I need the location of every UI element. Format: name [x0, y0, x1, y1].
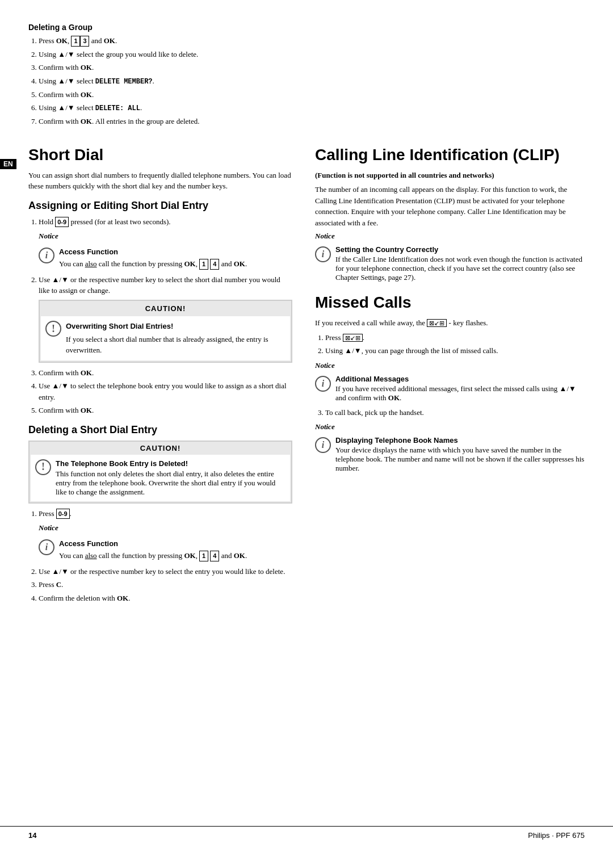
page-number: 14 — [28, 831, 36, 840]
deleting-group-title: Deleting a Group — [28, 23, 585, 32]
info-icon-2: i — [39, 539, 54, 555]
key-1: 1 — [71, 36, 80, 47]
missed-calls-intro: If you received a call while away, the ⊠… — [315, 317, 585, 329]
displaying-names-text: Your device displays the name with which… — [335, 446, 584, 472]
list-item: Using ▲/▼, you can page through the list… — [325, 345, 585, 357]
deleting-group-section: Deleting a Group Press OK, 13 and OK. Us… — [28, 23, 585, 132]
info-icon-5: i — [315, 437, 331, 453]
missed-calls-steps-cont: To call back, pick up the handset. — [325, 407, 585, 418]
short-dial-title: Short Dial — [28, 146, 292, 164]
assigning-title: Assigning or Editing Short Dial Entry — [28, 200, 292, 212]
note-label-2: Notice — [39, 522, 292, 534]
right-column: Calling Line Identification (CLIP) (Func… — [306, 135, 585, 827]
clip-note: i Setting the Country Correctly If the C… — [315, 245, 585, 282]
key-4a: 4 — [210, 259, 219, 270]
caution-icon-1: ! — [45, 321, 61, 337]
list-item: Press 0-9. Notice i Access Function You … — [39, 508, 292, 561]
clip-title: Calling Line Identification (CLIP) — [315, 146, 585, 164]
list-item: Use ▲/▼ to select the telephone book ent… — [39, 380, 292, 402]
main-content: Short Dial You can assign short dial num… — [28, 135, 585, 827]
caution-header-1: CAUTION! — [40, 301, 291, 317]
caution-description-2: This function not only deletes the short… — [56, 469, 275, 496]
deleting-steps: Press 0-9. Notice i Access Function You … — [39, 508, 292, 604]
missed-calls-steps: Press ⊠↙⊞. Using ▲/▼, you can page throu… — [325, 332, 585, 357]
caution-box-1: CAUTION! ! Overwriting Short Dial Entrie… — [39, 300, 292, 363]
list-item: Confirm with OK. All entries in the grou… — [39, 116, 585, 127]
caution-box-2: CAUTION! ! The Telephone Book Entry is D… — [28, 441, 292, 504]
key-0-9-del: 0-9 — [56, 509, 70, 519]
short-dial-intro: You can assign short dial numbers to fre… — [28, 170, 292, 192]
displaying-names-title: Displaying Telephone Book Names — [335, 436, 585, 445]
caution-description-1: If you select a short dial number that i… — [66, 335, 268, 355]
additional-messages-content: Additional Messages If you have received… — [335, 375, 585, 402]
displaying-names-content: Displaying Telephone Book Names Your dev… — [335, 436, 585, 473]
page-footer: 14 Philips · PPF 675 — [0, 826, 613, 840]
missed-calls-key-icon: ⊠↙⊞ — [427, 319, 447, 327]
clip-intro: The number of an incoming call appears o… — [315, 184, 585, 228]
list-item: Confirm with OK. — [39, 367, 292, 379]
key-1a: 1 — [199, 259, 208, 270]
deleting-short-dial-title: Deleting a Short Dial Entry — [28, 424, 292, 436]
list-item: Press C. — [39, 579, 292, 590]
key-1b: 1 — [199, 551, 208, 561]
displaying-names-note: i Displaying Telephone Book Names Your d… — [315, 436, 585, 473]
caution-text-2: The Telephone Book Entry is Deleted! Thi… — [56, 459, 285, 497]
note-content-2: Access Function You can also call the fu… — [59, 538, 292, 561]
list-item: Using ▲/▼ select the group you would lik… — [39, 49, 585, 60]
additional-messages-note: i Additional Messages If you have receiv… — [315, 375, 585, 402]
left-column: Short Dial You can assign short dial num… — [28, 135, 306, 827]
caution-subtitle-2: The Telephone Book Entry is Deleted! — [56, 459, 285, 468]
list-item: Press ⊠↙⊞. — [325, 332, 585, 343]
caution-header-2: CAUTION! — [30, 442, 291, 455]
key-4b: 4 — [210, 551, 219, 561]
caution-subtitle-1: Overwriting Short Dial Entries! — [66, 321, 285, 332]
list-item: To call back, pick up the handset. — [325, 407, 585, 418]
list-item: Press OK, 13 and OK. — [39, 35, 585, 47]
missed-calls-note-label: Notice — [315, 361, 585, 370]
setting-country-title: Setting the Country Correctly — [335, 245, 585, 254]
list-item: Hold 0-9 pressed (for at least two secon… — [39, 216, 292, 270]
note-label: Notice — [39, 230, 292, 242]
list-item: Confirm the deletion with OK. — [39, 593, 292, 604]
caution-body-2: ! The Telephone Book Entry is Deleted! T… — [31, 455, 290, 501]
caution-icon-2: ! — [35, 459, 51, 475]
assigning-steps: Hold 0-9 pressed (for at least two secon… — [39, 216, 292, 416]
deleting-group-steps: Press OK, 13 and OK. Using ▲/▼ select th… — [39, 35, 585, 127]
caution-text-1: Overwriting Short Dial Entries! If you s… — [66, 321, 285, 356]
page: EN Deleting a Group Press OK, 13 and OK.… — [0, 0, 613, 868]
list-item: Confirm with OK. — [39, 62, 585, 73]
access-function-text-2: You can also call the function by pressi… — [59, 551, 247, 560]
note-content-1: Access Function You can also call the fu… — [59, 246, 292, 270]
language-badge: EN — [0, 159, 16, 169]
access-function-text-1: You can also call the function by pressi… — [59, 259, 247, 268]
list-item: Use ▲/▼ or the respective number key to … — [39, 566, 292, 577]
info-icon-3: i — [315, 246, 331, 262]
list-item: Using ▲/▼ select DELETE: ALL. — [39, 102, 585, 114]
additional-messages-text: If you have received additional messages… — [335, 384, 576, 402]
list-item: Using ▲/▼ select DELETE MEMBER?. — [39, 76, 585, 87]
missed-calls-title: Missed Calls — [315, 293, 585, 312]
info-icon-1: i — [39, 248, 54, 263]
key-0-9: 0-9 — [55, 217, 69, 228]
access-function-note-2: i Access Function You can also call the … — [39, 538, 292, 561]
access-function-note-1: i Access Function You can also call the … — [39, 246, 292, 270]
caution-body-1: ! Overwriting Short Dial Entries! If you… — [41, 316, 290, 360]
clip-note-content: Setting the Country Correctly If the Cal… — [335, 245, 585, 282]
clip-note-label: Notice — [315, 232, 585, 241]
list-item: Confirm with OK. — [39, 405, 292, 416]
list-item: Confirm with OK. — [39, 89, 585, 100]
access-function-title-2: Access Function — [59, 538, 292, 550]
additional-messages-title: Additional Messages — [335, 375, 585, 383]
press-key-icon: ⊠↙⊞ — [343, 334, 363, 342]
missed-calls-note2-label: Notice — [315, 422, 585, 431]
list-item: Use ▲/▼ or the respective number key to … — [39, 274, 292, 363]
key-3: 3 — [80, 36, 89, 47]
access-function-title-1: Access Function — [59, 246, 292, 258]
brand-label: Philips · PPF 675 — [528, 831, 585, 840]
clip-subtitle: (Function is not supported in all countr… — [315, 170, 585, 181]
setting-country-text: If the Caller Line Identification does n… — [335, 255, 582, 282]
info-icon-4: i — [315, 376, 331, 392]
